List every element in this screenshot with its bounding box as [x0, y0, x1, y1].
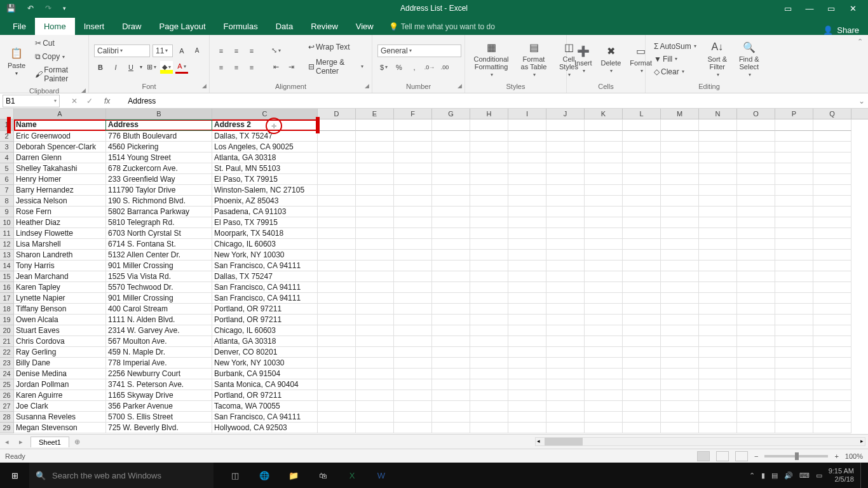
- cell[interactable]: Lynette Napier: [14, 293, 106, 304]
- taskbar-clock[interactable]: 9:15 AM 2/5/18: [829, 467, 854, 484]
- cell[interactable]: [508, 152, 546, 163]
- cell[interactable]: 1525 Via Vista Rd.: [106, 271, 212, 282]
- cell[interactable]: [585, 207, 623, 217]
- cell[interactable]: [699, 379, 737, 390]
- column-header[interactable]: G: [432, 109, 470, 119]
- cell[interactable]: [546, 163, 585, 174]
- cell[interactable]: [546, 379, 585, 390]
- cell[interactable]: [585, 390, 623, 401]
- cell[interactable]: [813, 282, 851, 293]
- cell[interactable]: Burbank, CA 91504: [212, 369, 318, 379]
- cell[interactable]: [432, 250, 470, 261]
- cell[interactable]: Santa Monica, CA 90404: [212, 379, 318, 390]
- cell[interactable]: [585, 185, 623, 196]
- cell[interactable]: [356, 261, 394, 271]
- cell[interactable]: New York, NY 10030: [212, 250, 318, 261]
- cell[interactable]: [623, 293, 661, 304]
- cell[interactable]: [699, 401, 737, 412]
- cell[interactable]: [813, 325, 851, 336]
- cell[interactable]: [813, 412, 851, 423]
- cell[interactable]: [508, 293, 546, 304]
- cell[interactable]: [432, 261, 470, 271]
- cell[interactable]: [775, 142, 813, 152]
- cell[interactable]: St. Paul, MN 55103: [212, 163, 318, 174]
- cell[interactable]: [394, 152, 432, 163]
- name-box[interactable]: B1▾: [3, 95, 60, 107]
- cell[interactable]: [775, 379, 813, 390]
- cell[interactable]: [623, 217, 661, 228]
- cell[interactable]: [318, 412, 356, 423]
- network-icon[interactable]: ▤: [771, 471, 778, 480]
- cell[interactable]: 901 Miller Crossing: [106, 261, 212, 271]
- cell[interactable]: [470, 390, 508, 401]
- cell[interactable]: [508, 347, 546, 358]
- cell[interactable]: [508, 217, 546, 228]
- cell[interactable]: [470, 282, 508, 293]
- cell[interactable]: Tiffany Benson: [14, 304, 106, 315]
- cell[interactable]: San Francisco, CA 94111: [212, 412, 318, 423]
- cell[interactable]: [813, 217, 851, 228]
- cell[interactable]: [623, 250, 661, 261]
- cell[interactable]: [508, 325, 546, 336]
- align-right-icon[interactable]: ≡: [245, 61, 258, 74]
- cell[interactable]: [546, 282, 585, 293]
- cell[interactable]: [470, 217, 508, 228]
- cell[interactable]: [470, 196, 508, 207]
- cell[interactable]: [508, 304, 546, 315]
- minimize-icon[interactable]: —: [802, 4, 817, 13]
- cell[interactable]: [775, 401, 813, 412]
- cell[interactable]: [394, 369, 432, 379]
- cell[interactable]: [546, 271, 585, 282]
- row-header[interactable]: 10: [0, 217, 14, 228]
- cell[interactable]: [737, 207, 775, 217]
- cell[interactable]: [737, 315, 775, 325]
- cell[interactable]: [737, 412, 775, 423]
- cell[interactable]: [623, 379, 661, 390]
- cell[interactable]: [699, 423, 737, 433]
- cell[interactable]: [318, 119, 356, 131]
- cell[interactable]: Lindsey Flowette: [14, 228, 106, 239]
- cell[interactable]: [508, 239, 546, 250]
- cell[interactable]: [585, 423, 623, 433]
- cell[interactable]: [699, 390, 737, 401]
- cell[interactable]: [318, 423, 356, 433]
- column-header[interactable]: J: [546, 109, 585, 119]
- cell[interactable]: 678 Zuckercorn Ave.: [106, 163, 212, 174]
- cell[interactable]: [737, 401, 775, 412]
- cell[interactable]: [661, 369, 699, 379]
- file-explorer-icon[interactable]: 📁: [281, 463, 306, 488]
- cell[interactable]: [470, 423, 508, 433]
- cell[interactable]: [394, 196, 432, 207]
- cell[interactable]: [432, 207, 470, 217]
- cell[interactable]: Chicago, IL 60603: [212, 325, 318, 336]
- cell[interactable]: Tony Harris: [14, 261, 106, 271]
- launcher-icon[interactable]: ◢: [202, 83, 207, 89]
- cell[interactable]: [585, 401, 623, 412]
- cell[interactable]: [813, 174, 851, 185]
- row-header[interactable]: 16: [0, 282, 14, 293]
- cell[interactable]: [775, 336, 813, 347]
- cell[interactable]: [699, 163, 737, 174]
- underline-button[interactable]: U: [125, 61, 137, 74]
- cell[interactable]: [775, 412, 813, 423]
- cell[interactable]: [813, 185, 851, 196]
- cell[interactable]: [623, 423, 661, 433]
- cell[interactable]: [432, 174, 470, 185]
- cell[interactable]: [546, 358, 585, 369]
- cell[interactable]: [356, 217, 394, 228]
- excel-icon[interactable]: X: [339, 463, 365, 488]
- cut-button[interactable]: ✂Cut: [32, 37, 83, 49]
- cell[interactable]: [356, 347, 394, 358]
- cell[interactable]: [813, 239, 851, 250]
- cell[interactable]: [661, 217, 699, 228]
- cell[interactable]: [585, 412, 623, 423]
- cell[interactable]: [318, 325, 356, 336]
- formula-input[interactable]: Address: [125, 97, 855, 105]
- cell[interactable]: [470, 379, 508, 390]
- cell[interactable]: [356, 228, 394, 239]
- cell[interactable]: [661, 282, 699, 293]
- cell[interactable]: [508, 271, 546, 282]
- cell[interactable]: [394, 315, 432, 325]
- cell[interactable]: Address 2: [212, 119, 318, 131]
- word-icon[interactable]: W: [369, 463, 394, 488]
